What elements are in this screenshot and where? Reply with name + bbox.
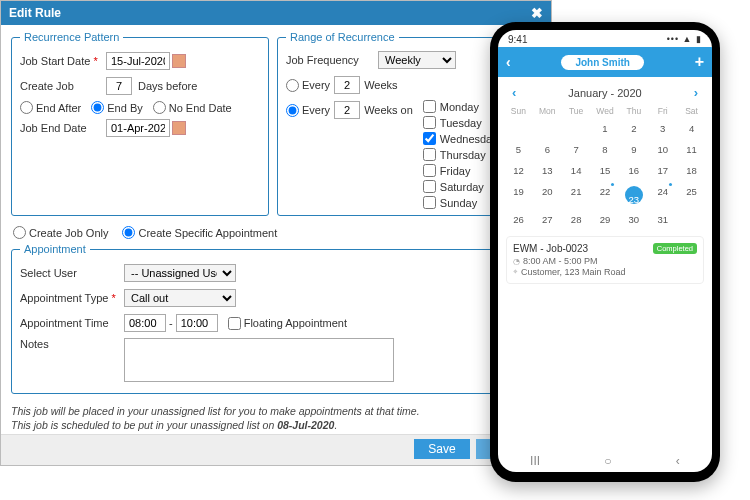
user-pill[interactable]: John Smith (561, 55, 643, 70)
dow-header: SunMonTueWedThuFriSat (498, 104, 712, 118)
save-button[interactable]: Save (414, 439, 469, 459)
weekday-list: Monday Tuesday Wednesday Thursday Friday… (423, 100, 498, 209)
month-nav: ‹ January - 2020 › (498, 77, 712, 104)
day-friday[interactable]: Friday (423, 164, 498, 177)
end-by-radio[interactable]: End By (91, 101, 142, 114)
back-nav-icon[interactable]: ‹ (676, 454, 680, 468)
floating-appt-check[interactable]: Floating Appointment (228, 317, 347, 330)
appt-time-label: Appointment Time (20, 317, 124, 329)
recurrence-legend: Recurrence Pattern (20, 31, 123, 43)
create-job-only-radio[interactable]: Create Job Only (13, 226, 108, 239)
next-month-icon[interactable]: › (694, 85, 698, 100)
dialog-title: Edit Rule (9, 6, 61, 20)
status-bar: 9:41 ••• ▲ ▮ (498, 30, 712, 47)
frequency-label: Job Frequency (286, 54, 372, 66)
start-date-label: Job Start Date * (20, 55, 106, 67)
plus-icon[interactable]: + (695, 53, 704, 71)
status-icons: ••• ▲ ▮ (667, 34, 702, 45)
edit-rule-dialog: Edit Rule ✖ Recurrence Pattern Job Start… (0, 0, 552, 466)
day-tuesday[interactable]: Tuesday (423, 116, 498, 129)
select-user-label: Select User (20, 267, 124, 279)
create-job-label: Create Job (20, 80, 106, 92)
select-user-select[interactable]: -- Unassigned User -- (124, 264, 236, 282)
no-end-radio[interactable]: No End Date (153, 101, 232, 114)
titlebar: Edit Rule ✖ (1, 1, 551, 25)
recurrence-pattern-fieldset: Recurrence Pattern Job Start Date * Crea… (11, 31, 269, 216)
time-from-input[interactable] (124, 314, 166, 332)
month-label: January - 2020 (568, 87, 641, 99)
footer-note: This job will be placed in your unassign… (11, 404, 551, 432)
calendar-icon[interactable] (172, 121, 186, 135)
day-wednesday[interactable]: Wednesday (423, 132, 498, 145)
appt-type-label: Appointment Type * (20, 292, 124, 304)
weeks-suffix: Weeks (364, 79, 397, 91)
days-before-input[interactable] (106, 77, 132, 95)
status-badge: Completed (653, 243, 697, 254)
create-specific-appt-radio[interactable]: Create Specific Appointment (122, 226, 277, 239)
app-header: ‹ John Smith + (498, 47, 712, 77)
recent-icon[interactable]: III (530, 454, 540, 468)
end-after-radio[interactable]: End After (20, 101, 81, 114)
time-to-input[interactable] (176, 314, 218, 332)
range-legend: Range of Recurrence (286, 31, 399, 43)
weeks-on-suffix: Weeks on (364, 104, 413, 116)
every-weeks-on-input[interactable] (334, 101, 360, 119)
home-icon[interactable]: ○ (604, 454, 611, 468)
calendar-icon[interactable] (172, 54, 186, 68)
pin-icon: ⌖ (513, 267, 518, 277)
end-date-label: Job End Date (20, 122, 106, 134)
notes-textarea[interactable] (124, 338, 394, 382)
frequency-select[interactable]: Weekly (378, 51, 456, 69)
phone-mockup: 9:41 ••• ▲ ▮ ‹ John Smith + ‹ January - … (490, 22, 720, 482)
every-weeks-input[interactable] (334, 76, 360, 94)
android-nav-bar: III ○ ‹ (498, 448, 712, 472)
notes-label: Notes (20, 338, 124, 350)
status-time: 9:41 (508, 34, 527, 45)
appointment-legend: Appointment (20, 243, 90, 255)
job-card[interactable]: Completed EWM - Job-0023 ◔8:00 AM - 5:00… (506, 236, 704, 284)
clock-icon: ◔ (513, 257, 520, 266)
appt-type-select[interactable]: Call out (124, 289, 236, 307)
every-weeks-on-radio[interactable]: Every (286, 104, 330, 117)
day-thursday[interactable]: Thursday (423, 148, 498, 161)
appointment-fieldset: Appointment Select User -- Unassigned Us… (11, 243, 541, 394)
start-date-input[interactable] (106, 52, 170, 70)
day-sunday[interactable]: Sunday (423, 196, 498, 209)
prev-month-icon[interactable]: ‹ (512, 85, 516, 100)
day-saturday[interactable]: Saturday (423, 180, 498, 193)
day-monday[interactable]: Monday (423, 100, 498, 113)
close-icon[interactable]: ✖ (531, 5, 543, 21)
calendar-grid[interactable]: 1234 567891011 12131415161718 1920212223… (498, 118, 712, 230)
back-icon[interactable]: ‹ (506, 54, 511, 70)
button-bar: Save Cancel (1, 434, 551, 465)
days-before-suffix: Days before (138, 80, 197, 92)
every-weeks-radio[interactable]: Every (286, 79, 330, 92)
end-date-input[interactable] (106, 119, 170, 137)
